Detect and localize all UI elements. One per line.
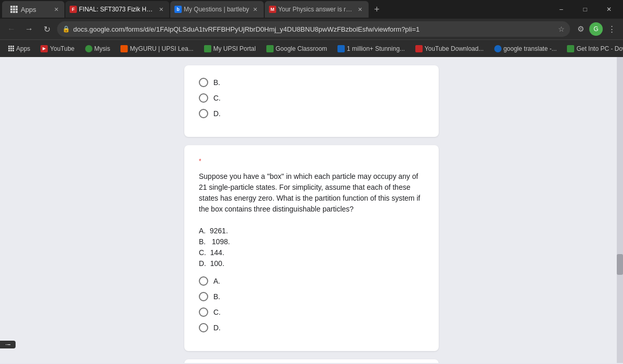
radio-option-prev-c[interactable]: C.: [199, 93, 424, 103]
radio-option-q2-d[interactable]: D.: [199, 323, 424, 332]
radio-circle-q2-b[interactable]: [199, 292, 208, 301]
radio-option-prev-d[interactable]: D.: [199, 109, 424, 118]
youtube-icon: ▶: [40, 45, 48, 52]
feedback-button[interactable]: !: [0, 341, 16, 348]
radio-circle-prev-d[interactable]: [199, 109, 208, 118]
maximize-button[interactable]: □: [573, 0, 597, 19]
tab-favicon-physics: M: [269, 6, 276, 13]
profile-button[interactable]: G: [589, 22, 603, 36]
bookmark-million-label: 1 million+ Stunning...: [347, 45, 405, 52]
forward-button[interactable]: →: [22, 22, 36, 36]
radio-circle-prev-b[interactable]: [199, 78, 208, 87]
back-button[interactable]: ←: [4, 22, 19, 36]
apps-launcher-label: Apps: [21, 6, 36, 13]
window-controls: – □ ✕: [549, 0, 621, 19]
bookmark-youtube-label: YouTube: [50, 45, 74, 52]
tab-close-bartleby[interactable]: ✕: [251, 5, 260, 13]
minimize-button[interactable]: –: [549, 0, 573, 19]
tab-close-physics[interactable]: ✕: [356, 5, 364, 13]
scrollbar-thumb[interactable]: [617, 254, 623, 275]
scrollbar[interactable]: [617, 57, 623, 363]
bookmark-mysis-label: Mysis: [94, 45, 111, 52]
bookmark-myguru-label: MyGURU | UPSI Lea...: [130, 45, 193, 52]
close-button[interactable]: ✕: [597, 0, 621, 19]
radio-option-q2-b[interactable]: B.: [199, 292, 424, 301]
million-icon: [337, 45, 345, 52]
question3-card: * Phonons are A. photon gas that obey Fe…: [184, 359, 439, 363]
bookmark-youtube[interactable]: ▶ YouTube: [36, 44, 78, 54]
bookmark-upsi-label: My UPSI Portal: [213, 45, 256, 52]
radio-circle-prev-c[interactable]: [199, 93, 208, 103]
tab-final[interactable]: F FINAL: SFT3073 Fizik Haba dan S... ✕: [65, 1, 169, 18]
apps-grid-icon: [8, 46, 14, 51]
upsi-icon: [204, 45, 211, 52]
tab-favicon-final: F: [70, 6, 77, 13]
bookmark-translate-label: google translate -...: [504, 45, 557, 52]
bookmark-upsi[interactable]: My UPSI Portal: [200, 44, 260, 54]
new-tab-button[interactable]: +: [370, 2, 384, 17]
tab-bar: Apps ✕ F FINAL: SFT3073 Fizik Haba dan S…: [0, 0, 623, 19]
radio-circle-q2-c[interactable]: [199, 307, 208, 317]
profile-avatar: G: [589, 22, 603, 36]
choice-a: A. 9261.: [199, 227, 228, 235]
tab-close-final[interactable]: ✕: [157, 5, 165, 13]
bookmark-mysis[interactable]: Mysis: [81, 44, 115, 54]
question-prev-card: B. C. D.: [184, 65, 439, 137]
tab-physics[interactable]: M Your Physics answer is ready. - a... ✕: [265, 1, 369, 18]
address-bar: ← → ↻ 🔒 docs.google.com/forms/d/e/1FAlpQ…: [0, 19, 623, 39]
bookmark-getintopc-label: Get Into PC - Down...: [576, 45, 623, 52]
bookmark-apps[interactable]: Apps: [4, 44, 34, 54]
radio-label-prev-d: D.: [213, 109, 221, 118]
bookmark-translate[interactable]: google translate -...: [490, 44, 561, 54]
question2-required: *: [199, 158, 424, 165]
radio-label-q2-c: C.: [213, 308, 221, 316]
bookmark-myguru[interactable]: MyGURU | UPSI Lea...: [116, 44, 197, 54]
radio-circle-q2-a[interactable]: [199, 276, 208, 286]
tab-apps-launcher[interactable]: Apps ✕: [2, 1, 64, 18]
getintopc-icon: [567, 45, 574, 52]
menu-button[interactable]: ⋮: [604, 22, 619, 36]
classroom-icon: [266, 45, 274, 52]
tab-title-final: FINAL: SFT3073 Fizik Haba dan S...: [79, 6, 155, 13]
radio-circle-q2-d[interactable]: [199, 323, 208, 332]
bookmark-getintopc[interactable]: Get Into PC - Down...: [563, 44, 623, 54]
translate-icon: [494, 45, 502, 52]
radio-label-prev-c: C.: [213, 94, 221, 102]
tab-favicon-bartleby: b: [174, 6, 182, 13]
bookmark-star-icon[interactable]: ☆: [558, 25, 565, 33]
extensions-button[interactable]: ⚙: [573, 22, 588, 36]
url-bar[interactable]: 🔒 docs.google.com/forms/d/e/1FAlpQLSduA1…: [57, 21, 570, 37]
bookmark-million[interactable]: 1 million+ Stunning...: [333, 44, 409, 54]
bookmark-ytdl-label: YouTube Download...: [425, 45, 484, 52]
myguru-icon: [120, 45, 128, 52]
refresh-button[interactable]: ↻: [39, 22, 54, 36]
radio-option-prev-b[interactable]: B.: [199, 78, 424, 87]
radio-option-q2-a[interactable]: A.: [199, 276, 424, 286]
page-content: B. C. D. * Suppose you have a "box" in w…: [0, 57, 623, 363]
ytdl-icon: [415, 45, 423, 52]
choice-b: B. 1098.: [199, 237, 230, 246]
radio-option-q2-c[interactable]: C.: [199, 307, 424, 317]
tab-close-apps[interactable]: ✕: [52, 5, 60, 13]
choice-c: C. 144.: [199, 248, 224, 257]
tab-bartleby[interactable]: b My Questions | bartleby ✕: [170, 1, 264, 18]
question2-text: Suppose you have a "box" in which each p…: [199, 171, 424, 269]
lock-icon: 🔒: [62, 25, 70, 33]
tab-title-bartleby: My Questions | bartleby: [184, 6, 249, 13]
radio-label-prev-b: B.: [213, 78, 220, 87]
bookmark-classroom[interactable]: Google Classroom: [262, 44, 331, 54]
bookmark-apps-label: Apps: [16, 45, 30, 52]
address-actions: ⚙ G ⋮: [573, 22, 619, 36]
question2-card: * Suppose you have a "box" in which each…: [184, 145, 439, 351]
radio-label-q2-b: B.: [213, 292, 220, 301]
radio-label-q2-d: D.: [213, 324, 221, 332]
url-text: docs.google.com/forms/d/e/1FAlpQLSduA1tv…: [73, 25, 555, 33]
radio-label-q2-a: A.: [213, 277, 220, 285]
bookmarks-bar: Apps ▶ YouTube Mysis MyGURU | UPSI Lea..…: [0, 39, 623, 57]
bookmark-classroom-label: Google Classroom: [276, 45, 327, 52]
tab-title-physics: Your Physics answer is ready. - a...: [278, 6, 354, 13]
bookmark-ytdl[interactable]: YouTube Download...: [411, 44, 488, 54]
mysis-icon: [85, 45, 92, 52]
choice-d: D. 100.: [199, 259, 224, 268]
